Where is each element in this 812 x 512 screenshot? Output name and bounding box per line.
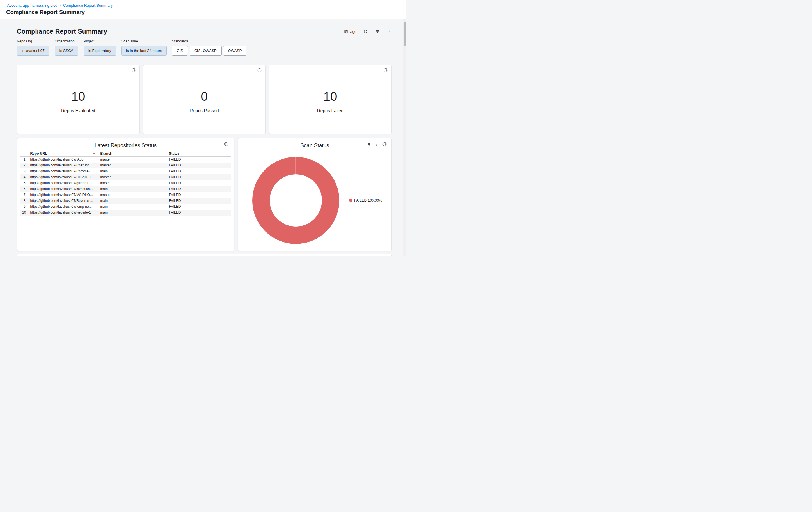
repo-url-cell: https://github.com/lavakush07/ChatBot [28, 163, 98, 168]
stat-value: 0 [201, 90, 207, 103]
globe-icon[interactable] [131, 68, 136, 73]
latest-repositories-card: Latest Repositories Status Repo URL [17, 138, 234, 251]
tile-more-options-icon[interactable] [375, 142, 379, 146]
legend-swatch [349, 199, 352, 202]
status-cell: FAILED [167, 168, 231, 174]
branch-cell: master [98, 157, 167, 163]
latest-repositories-title: Latest Repositories Status [17, 142, 234, 149]
status-cell: FAILED [167, 210, 231, 216]
row-index: 3 [20, 168, 28, 174]
chart-legend[interactable]: FAILED 100.00% [349, 198, 382, 203]
row-index: 1 [20, 157, 28, 163]
table-row[interactable]: 6 https://github.com/lavakush07/lavakush… [20, 186, 231, 192]
row-index: 2 [20, 163, 28, 168]
filter-chip-standards-owasp[interactable]: OWASP [223, 46, 247, 56]
breadcrumb: Account: app-harness-ng-cicd › Complianc… [7, 3, 113, 7]
filter-label: Organization [55, 39, 78, 43]
more-options-icon[interactable] [387, 29, 392, 34]
branch-cell: main [98, 210, 167, 216]
status-cell: FAILED [167, 198, 231, 204]
branch-cell: master [98, 180, 167, 186]
globe-icon[interactable] [257, 68, 262, 73]
filter-repo-org: Repo Org is lavakush07 [17, 39, 49, 56]
column-header-label: Repo URL [30, 152, 47, 156]
scrollbar-thumb[interactable] [404, 22, 406, 46]
stat-value: 10 [324, 90, 337, 103]
table-row[interactable]: 2 https://github.com/lavakush07/ChatBot … [20, 163, 231, 168]
filter-label: Standards [172, 39, 246, 43]
branch-cell: main [98, 204, 167, 210]
row-index: 6 [20, 186, 28, 192]
filter-chip-organization[interactable]: is SSCA [55, 46, 78, 56]
filter-chip-project[interactable]: is Exploratory [84, 46, 116, 56]
table-row[interactable]: 5 https://github.com/lavakush07/gitlearn… [20, 180, 231, 186]
stat-label: Repos Passed [190, 108, 219, 113]
breadcrumb-current-link[interactable]: Compliance Report Summary [63, 3, 113, 7]
globe-icon[interactable] [383, 68, 388, 73]
status-cell: FAILED [167, 174, 231, 180]
repo-url-cell: https://github.com/lavakush07/gitlearni.… [28, 180, 98, 186]
row-index: 9 [20, 204, 28, 210]
filter-project: Project is Exploratory [84, 39, 116, 56]
filter-label: Project [84, 39, 116, 43]
status-cell: FAILED [167, 157, 231, 163]
table-row[interactable]: 1 https://github.com/lavakush07/.App mas… [20, 157, 231, 163]
column-header-branch[interactable]: Branch [98, 151, 167, 157]
stat-card-repos-failed: 10 Repos Failed [269, 65, 392, 134]
alert-bell-icon[interactable] [367, 142, 371, 146]
table-row[interactable]: 3 https://github.com/lavakush07/Chrome-.… [20, 168, 231, 174]
repo-url-cell: https://github.com/lavakush07/website-1 [28, 210, 98, 216]
stat-label: Repos Evaluated [61, 108, 95, 113]
status-cell: FAILED [167, 204, 231, 210]
table-row[interactable]: 7 https://github.com/lavakush07/MS.DHO..… [20, 192, 231, 198]
filter-label: Repo Org [17, 39, 49, 43]
filter-chip-standards-cis[interactable]: CIS [172, 46, 188, 56]
status-cell: FAILED [167, 192, 231, 198]
globe-icon[interactable] [382, 142, 387, 146]
scan-status-toolbar [367, 142, 387, 146]
filter-chip-standards-cis-owasp[interactable]: CIS, OWASP [190, 46, 222, 56]
repo-url-cell: https://github.com/lavakush07/.App [28, 157, 98, 163]
breadcrumb-account-link[interactable]: Account: app-harness-ng-cicd [7, 3, 57, 7]
filter-icon[interactable] [375, 29, 380, 34]
row-number-header [20, 151, 28, 157]
repo-url-cell: https://github.com/lavakush07/temp-no... [28, 204, 98, 210]
branch-cell: main [98, 198, 167, 204]
column-header-repo-url[interactable]: Repo URL [28, 151, 98, 157]
filter-standards: Standards CIS CIS, OWASP OWASP [172, 39, 246, 56]
status-cell: FAILED [167, 163, 231, 168]
row-index: 5 [20, 180, 28, 186]
scan-status-donut-chart[interactable] [251, 156, 341, 245]
globe-icon[interactable] [224, 142, 229, 146]
sort-ascending-icon[interactable] [92, 152, 96, 155]
filters-bar: Repo Org is lavakush07 Organization is S… [17, 39, 246, 56]
status-cell: FAILED [167, 180, 231, 186]
repo-url-cell: https://github.com/lavakush07/MS.DHO... [28, 192, 98, 198]
scan-status-card: Scan Status FAILED 100.00% [238, 138, 392, 251]
refresh-icon[interactable] [363, 29, 368, 34]
filter-organization: Organization is SSCA [55, 39, 78, 56]
next-card-peek [17, 254, 392, 256]
repo-url-cell: https://github.com/lavakush07/Chrome-... [28, 168, 98, 174]
filter-chip-scan-time[interactable]: is in the last 24 hours [121, 46, 167, 56]
donut-ring [261, 166, 330, 235]
row-index: 10 [20, 210, 28, 216]
last-updated-label: 15h ago [343, 29, 356, 34]
filter-scan-time: Scan Time is in the last 24 hours [121, 39, 167, 56]
filter-chip-repo-org[interactable]: is lavakush07 [17, 46, 49, 56]
column-header-status[interactable]: Status [167, 151, 231, 157]
dashboard-header: Compliance Report Summary 15h ago [17, 27, 392, 36]
repo-url-cell: https://github.com/lavakush07/lavakush..… [28, 186, 98, 192]
dashboard-controls: 15h ago [343, 29, 392, 34]
table-row[interactable]: 9 https://github.com/lavakush07/temp-no.… [20, 204, 231, 210]
table-row[interactable]: 4 https://github.com/lavakush07/COVID_T.… [20, 174, 231, 180]
branch-cell: master [98, 174, 167, 180]
table-row[interactable]: 10 https://github.com/lavakush07/website… [20, 210, 231, 216]
table-row[interactable]: 8 https://github.com/lavakush07/Reverse-… [20, 198, 231, 204]
stat-card-repos-passed: 0 Repos Passed [143, 65, 265, 134]
branch-cell: master [98, 192, 167, 198]
page-scrollbar[interactable] [403, 19, 406, 256]
stat-card-repos-evaluated: 10 Repos Evaluated [17, 65, 140, 134]
breadcrumb-separator-icon: › [59, 3, 61, 7]
row-index: 4 [20, 174, 28, 180]
